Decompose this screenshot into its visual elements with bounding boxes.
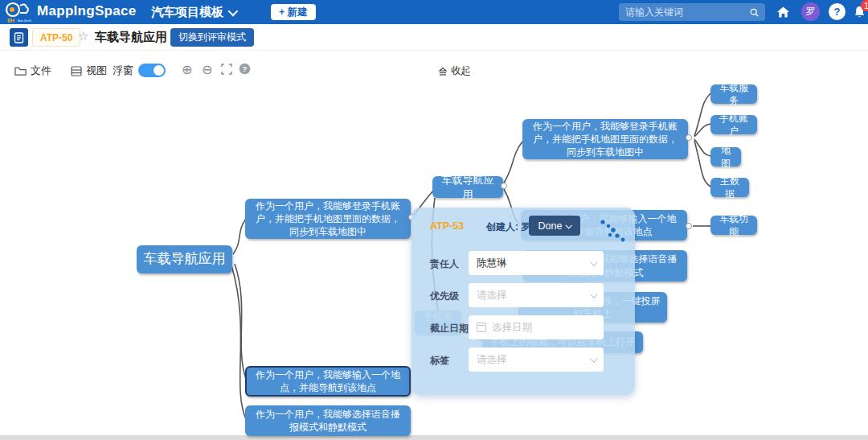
calendar-icon [477, 323, 486, 332]
mindmap-node-story-voice[interactable]: 作为一个用户，我能够选择语音播报模式和静默模式 [245, 405, 411, 436]
favorite-star-icon[interactable]: ☆ [78, 29, 88, 43]
field-label-due-date: 截止日期 [430, 322, 469, 335]
assignee-select[interactable]: 陈慧琳 [469, 251, 604, 275]
mindmap-node-story-input-selected[interactable]: 作为一个用户，我能够输入一个地点，并能导航到该地点 [245, 366, 411, 397]
mindmap-node-vehicle-service[interactable]: 车载服务 [710, 84, 757, 104]
folder-icon [14, 66, 27, 76]
brand-title: MappIngSpace [37, 3, 137, 19]
mindmap-node-map[interactable]: 地图 [710, 147, 741, 167]
mindmap-node-story-login[interactable]: 作为一个用户，我能够登录手机账户，并能把手机地图里面的数据，同步到车载地图中 [245, 199, 411, 239]
tags-placeholder: 请选择 [477, 353, 507, 367]
mindmap-node-story-login-right[interactable]: 作为一个用户，我能够登录手机账户，并能把手机地图里面的数据，同步到车载地图中 [522, 119, 688, 159]
toggle-knob [154, 65, 164, 76]
help-icon[interactable]: ? [829, 3, 845, 20]
collapse-button[interactable]: 收起 [438, 64, 471, 78]
svg-text:8H: 8H [7, 18, 14, 23]
collapse-icon [438, 67, 448, 76]
mindmap-node-phone-account[interactable]: 手机账户 [710, 115, 757, 134]
mindmap-node-vehicle-function[interactable]: 车载功能 [710, 216, 757, 235]
chevron-down-icon [590, 290, 598, 298]
edge-dot[interactable] [686, 134, 692, 141]
chevron-down-icon [566, 222, 572, 228]
float-window-toggle[interactable] [138, 64, 166, 77]
mindmap-node-master-data[interactable]: 主数据 [710, 178, 749, 197]
field-label-assignee: 责任人 [430, 257, 459, 271]
avatar[interactable]: 罗 [801, 2, 820, 21]
task-id-label: ATP-53 [430, 220, 464, 232]
zoom-in-icon[interactable]: ⊕ [182, 62, 192, 77]
edge-dot[interactable] [501, 183, 507, 189]
svg-text:Auto DevOps: Auto DevOps [18, 19, 31, 23]
fit-screen-icon[interactable] [221, 64, 232, 78]
search-input[interactable] [625, 6, 750, 18]
priority-placeholder: 请选择 [477, 289, 507, 302]
switch-review-mode-button[interactable]: 切换到评审模式 [170, 28, 254, 47]
field-label-priority: 优先级 [430, 290, 459, 303]
project-selector[interactable]: 汽车项目模板 [151, 5, 235, 20]
help-circle-icon[interactable]: ? [239, 63, 251, 78]
view-menu-label: 视图 [86, 64, 107, 78]
svg-text:?: ? [243, 64, 248, 73]
zoom-out-icon[interactable]: ⊖ [202, 62, 212, 77]
chevron-down-icon [228, 6, 239, 17]
field-label-tags: 标签 [430, 354, 449, 368]
new-button[interactable]: + 新建 [271, 4, 316, 20]
mindmap-node-hub[interactable]: 车载导航应用 [432, 176, 503, 198]
top-header: 8H Auto DevOps MappIngSpace 汽车项目模板 + 新建 … [0, 0, 868, 24]
search-icon[interactable] [750, 7, 759, 18]
edge-dot[interactable] [686, 223, 692, 229]
home-icon[interactable] [774, 3, 792, 21]
project-selector-label: 汽车项目模板 [151, 5, 223, 20]
chevron-down-icon [590, 355, 598, 363]
priority-select[interactable]: 请选择 [469, 283, 604, 307]
collapse-button-label: 收起 [451, 64, 471, 78]
file-menu-label: 文件 [31, 64, 51, 78]
assignee-value: 陈慧琳 [477, 257, 507, 270]
tags-select[interactable]: 请选择 [469, 347, 604, 372]
global-search[interactable] [619, 3, 765, 21]
app-logo-icon[interactable]: 8H Auto DevOps [4, 1, 31, 23]
notification-badge: 1 [861, 0, 868, 11]
view-icon [71, 66, 82, 76]
float-window-label: 浮窗 [113, 64, 133, 78]
route-dots-decoration [598, 219, 633, 245]
status-dropdown[interactable]: Done [529, 216, 580, 236]
mindmap-node-root[interactable]: 车载导航应用 [137, 245, 232, 273]
view-menu[interactable]: 视图 [71, 64, 107, 78]
doc-id-badge[interactable]: ATP-50 [32, 28, 80, 47]
document-icon[interactable] [10, 28, 28, 47]
page-title: 车载导航应用 [95, 30, 167, 45]
status-dropdown-label: Done [538, 220, 563, 232]
due-date-input[interactable]: 选择日期 [469, 315, 604, 339]
due-date-placeholder: 选择日期 [492, 321, 532, 335]
document-bar: ATP-50 ☆ 车载导航应用 切换到评审模式 [0, 24, 868, 51]
chevron-down-icon [590, 258, 598, 266]
file-menu[interactable]: 文件 [14, 64, 51, 78]
task-detail-popup: ATP-53 创建人: 罗宇超 Done 责任人 陈慧琳 优先级 请选择 截止日… [411, 208, 635, 395]
